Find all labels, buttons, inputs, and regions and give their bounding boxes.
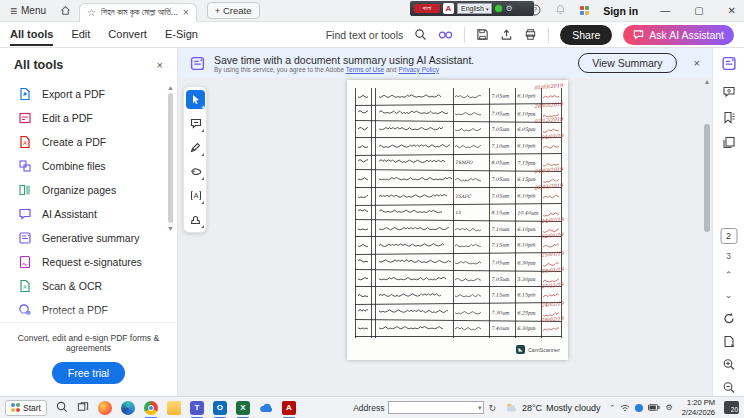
sidebar-item-ai-assistant[interactable]: AI Assistant (0, 202, 177, 226)
chrome-icon[interactable] (144, 401, 158, 415)
panel-scrollbar[interactable]: ▲ ▼ (166, 84, 175, 336)
camscanner-watermark: ◣ CamScanner (516, 345, 560, 354)
organize-pages-icon (18, 183, 32, 197)
notification-center-icon[interactable]: 20 (724, 401, 739, 414)
panel-close-icon[interactable]: × (157, 59, 163, 71)
avro-logo-icon[interactable]: A (443, 3, 454, 14)
teams-icon[interactable]: T (190, 401, 204, 415)
onedrive-tray-icon[interactable] (635, 404, 643, 412)
zoom-out-icon[interactable] (722, 381, 735, 394)
address-go-icon[interactable]: ↻ (488, 403, 496, 413)
taskbar-search-icon[interactable] (56, 399, 68, 417)
highlight-tool[interactable] (186, 162, 205, 181)
sidebar-item-create-pdf[interactable]: A Create a PDF (0, 130, 177, 154)
sign-in-button[interactable]: Sign in (603, 5, 638, 17)
ask-ai-assistant-button[interactable]: Ask AI Assistant (623, 25, 734, 45)
sidebar-item-export-pdf[interactable]: Export a PDF (0, 82, 177, 106)
scrollbar-thumb[interactable] (704, 124, 710, 232)
find-text-label[interactable]: Find text or tools (326, 29, 404, 41)
pdf-page[interactable]: 7.05am6.10pm01/03/20197.05am6.10pm28/03/… (347, 80, 568, 360)
onedrive-icon[interactable] (259, 401, 273, 415)
scrollbar-up-icon[interactable]: ▲ (702, 78, 712, 85)
ai-assistant-rail-icon[interactable] (721, 56, 736, 71)
comments-panel-icon[interactable] (722, 86, 735, 98)
scroll-up-icon[interactable]: ▲ (166, 84, 175, 91)
free-trial-button[interactable]: Free trial (52, 362, 125, 384)
bookmarks-panel-icon[interactable] (722, 111, 735, 124)
previous-page-icon[interactable]: ⌃ (725, 270, 733, 280)
wifi-icon[interactable] (620, 404, 630, 412)
avro-language-select[interactable]: English▾ (457, 3, 492, 14)
window-minimize-button[interactable]: — (660, 5, 670, 16)
tab-close-icon[interactable]: × (183, 7, 189, 18)
add-text-tool[interactable]: A (186, 186, 205, 205)
clock-date: 2/24/2026 (682, 408, 715, 417)
avro-bangla-badge[interactable]: বাংলা (414, 4, 440, 13)
file-explorer-icon[interactable] (167, 401, 181, 415)
acrobat-window: ≡ Menu ☆ শিহন কাম কৃক মোল্লা আর্তি... × … (0, 0, 744, 418)
acrobat-icon[interactable]: A (282, 401, 296, 415)
window-close-button[interactable]: ✕ (728, 5, 736, 16)
tab-esign[interactable]: E-Sign (165, 23, 198, 46)
tab-edit[interactable]: Edit (71, 23, 90, 46)
upload-share-icon[interactable] (500, 28, 513, 41)
ai-summary-banner: Save time with a document summary using … (178, 48, 712, 78)
share-button[interactable]: Share (560, 25, 612, 45)
sidebar-item-edit-pdf[interactable]: Edit a PDF (0, 106, 177, 130)
task-view-icon[interactable] (77, 399, 89, 417)
document-scrollbar[interactable]: ▲ (702, 78, 712, 396)
clock-widget[interactable]: 1:20 PM 2/24/2026 (682, 398, 715, 417)
save-icon[interactable] (476, 28, 489, 41)
sidebar-item-combine-files[interactable]: Combine files (0, 154, 177, 178)
weather-widget[interactable]: 28°C Mostly cloudy (505, 402, 601, 413)
document-tab[interactable]: ☆ শিহন কাম কৃক মোল্লা আর্তি... × (79, 3, 197, 22)
view-summary-button[interactable]: View Summary (578, 53, 676, 73)
home-icon[interactable] (60, 2, 71, 20)
stamp-tool[interactable] (186, 210, 205, 229)
zoom-in-icon[interactable] (722, 358, 735, 371)
tab-convert[interactable]: Convert (108, 23, 147, 46)
sidebar-item-request-esignatures[interactable]: Request e-signatures (0, 250, 177, 274)
pdf-viewport[interactable]: A (178, 78, 712, 396)
firefox-icon[interactable] (98, 401, 112, 415)
notifications-bell-icon[interactable] (555, 4, 566, 17)
page-display-options-icon[interactable] (723, 335, 735, 348)
draw-tool[interactable] (186, 138, 205, 157)
address-input[interactable]: ▾ (388, 401, 484, 414)
next-page-icon[interactable]: ⌄ (725, 290, 733, 300)
window-maximize-button[interactable]: ▢ (694, 5, 703, 16)
select-tool[interactable] (186, 90, 205, 109)
banner-message: Save time with a document summary using … (214, 54, 474, 66)
comment-tool[interactable] (186, 114, 205, 133)
liquid-mode-icon[interactable] (438, 28, 453, 41)
ime-icon[interactable]: ⚙ (665, 403, 672, 412)
star-icon[interactable]: ☆ (87, 7, 96, 18)
scroll-down-icon[interactable]: ▼ (166, 225, 175, 232)
sidebar-item-scan-ocr[interactable]: A Scan & OCR (0, 274, 177, 298)
battery-icon[interactable] (648, 404, 660, 411)
page-number-input[interactable]: 2 (720, 228, 737, 244)
scroll-thumb[interactable] (168, 93, 173, 223)
page-thumbnails-icon[interactable] (722, 136, 735, 149)
start-button[interactable]: Start (5, 400, 47, 416)
rotate-page-icon[interactable] (722, 312, 735, 325)
excel-icon[interactable]: X (236, 401, 250, 415)
privacy-policy-link[interactable]: Privacy Policy (399, 66, 439, 73)
register-row: 7.05am6.30pm25/01/19 (355, 253, 561, 271)
create-tab-button[interactable]: + Create (207, 2, 260, 19)
register-row: 7.15am6.15pm27/11/19 (355, 286, 561, 304)
search-icon[interactable] (414, 28, 427, 41)
tray-expand-icon[interactable]: ⌃ (610, 404, 616, 412)
sidebar-item-protect-pdf[interactable]: Protect a PDF (0, 298, 177, 322)
sidebar-item-organize-pages[interactable]: Organize pages (0, 178, 177, 202)
print-icon[interactable] (524, 28, 537, 41)
edge-icon[interactable] (121, 401, 135, 415)
tab-all-tools[interactable]: All tools (10, 23, 53, 46)
terms-of-use-link[interactable]: Terms of Use (346, 66, 384, 73)
menu-button[interactable]: ≡ Menu (6, 3, 50, 19)
sidebar-item-generative-summary[interactable]: Generative summary (0, 226, 177, 250)
outlook-icon[interactable]: O (213, 401, 227, 415)
apps-grid-icon[interactable] (580, 6, 589, 15)
banner-close-icon[interactable]: × (694, 57, 700, 69)
avro-settings-icon[interactable]: ⚙ (505, 4, 512, 13)
